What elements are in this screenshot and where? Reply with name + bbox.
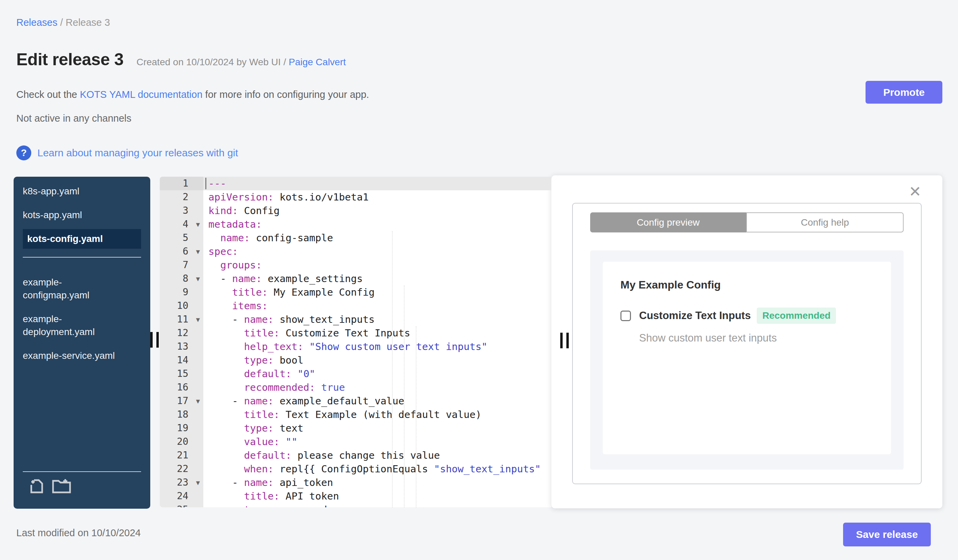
code-line: 15 default: "0" [160,367,551,381]
preview-tabs: Config preview Config help [590,212,904,233]
line-number: 24 [160,489,203,503]
title-row: Edit release 3 Created on 10/10/2024 by … [16,50,346,69]
file-item[interactable]: kots-app.yaml [23,209,122,221]
line-number: 22 [160,462,203,476]
recommended-badge: Recommended [757,307,836,324]
line-number: 11▼ [160,313,203,326]
docs-prefix: Check out the [16,89,80,100]
code-line: 18 title: Text Example (with default val… [160,408,551,421]
close-icon[interactable]: ✕ [909,184,921,199]
line-number: 10 [160,299,203,313]
code-line-text: default: please change this value [203,449,551,462]
panel-resize-handle-right[interactable] [560,333,569,348]
line-number: 5 [160,231,203,245]
config-render-area: My Example Config Customize Text Inputs … [590,250,904,470]
code-line-text: default: "0" [203,367,551,381]
code-line-text: kind: Config [203,204,551,217]
line-number: 17▼ [160,394,203,408]
breadcrumb-releases-link[interactable]: Releases [16,17,57,28]
line-number: 3 [160,204,203,217]
panel-resize-handle-left[interactable] [150,332,159,348]
editor-body: 1---2apiVersion: kots.io/v1beta13kind: C… [160,177,551,507]
code-line-text: - name: example_default_value [203,394,551,408]
code-line-text: type: text [203,421,551,435]
file-item[interactable]: example-service.yaml [23,349,122,362]
fold-arrow-icon[interactable]: ▼ [196,313,200,326]
tab-config-help[interactable]: Config help [746,212,904,233]
indent-guide [392,231,393,507]
fold-arrow-icon[interactable]: ▼ [196,245,200,258]
file-item[interactable]: example-deployment.yaml [23,313,122,339]
last-modified-text: Last modified on 10/10/2024 [16,527,141,539]
config-item-label: Customize Text Inputs [639,310,751,322]
code-line: 24 title: API token [160,489,551,503]
code-line: 6▼spec: [160,245,551,258]
config-group-title: My Example Config [620,278,873,291]
fold-arrow-icon[interactable]: ▼ [196,272,200,285]
code-line: 13 help_text: "Show custom user text inp… [160,340,551,353]
code-line: 8▼ - name: example_settings [160,272,551,285]
code-line-text: - name: show_text_inputs [203,313,551,326]
indent-guide [416,326,416,507]
promote-button[interactable]: Promote [866,81,942,104]
text-cursor [205,178,206,189]
line-number: 9 [160,285,203,299]
code-line: 25 type: password [160,503,551,507]
tab-config-preview[interactable]: Config preview [590,212,746,233]
help-question-icon[interactable]: ? [16,146,31,160]
kots-docs-link[interactable]: KOTS YAML documentation [80,89,203,100]
docs-row: Check out the KOTS YAML documentation fo… [16,89,369,100]
author-link[interactable]: Paige Calvert [289,57,346,67]
code-line-text: help_text: "Show custom user text inputs… [203,340,551,353]
line-number: 23▼ [160,476,203,489]
docs-suffix: for more info on configuring your app. [203,89,369,100]
file-item[interactable]: example-configmap.yaml [23,276,122,302]
fold-arrow-icon[interactable]: ▼ [196,394,200,408]
code-line-text: title: Text Example (with default value) [203,408,551,421]
customize-text-inputs-checkbox[interactable] [620,310,631,321]
code-line-text: - name: api_token [203,476,551,489]
new-folder-icon[interactable] [52,478,71,494]
git-releases-link[interactable]: Learn about managing your releases with … [37,147,238,159]
config-group-card: My Example Config Customize Text Inputs … [603,262,891,454]
config-preview-panel: ✕ Config preview Config help My Example … [551,176,942,508]
file-sidebar: k8s-app.yamlkots-app.yamlkots-config.yam… [14,177,150,509]
code-line-text: name: config-sample [203,231,551,245]
file-list-top: k8s-app.yamlkots-app.yamlkots-config.yam… [14,177,150,249]
line-number: 16 [160,381,203,394]
save-release-button[interactable]: Save release [843,523,931,546]
fold-arrow-icon[interactable]: ▼ [196,217,200,231]
file-item[interactable]: k8s-app.yaml [23,185,122,198]
code-line-text: groups: [203,258,551,272]
code-line-text: apiVersion: kots.io/v1beta1 [203,190,551,204]
file-item[interactable]: kots-config.yaml [23,229,141,249]
code-line-text: type: password [203,503,551,507]
code-line-text: --- [203,177,551,190]
line-number: 4▼ [160,217,203,231]
fold-arrow-icon[interactable]: ▼ [196,476,200,489]
code-line: 23▼ - name: api_token [160,476,551,489]
code-line-text: title: API token [203,489,551,503]
new-file-icon[interactable] [28,478,44,494]
code-line-text: when: repl{{ ConfigOptionEquals "show_te… [203,462,551,476]
yaml-code-editor[interactable]: 1---2apiVersion: kots.io/v1beta13kind: C… [160,177,551,507]
line-number: 2 [160,190,203,204]
code-line: 11▼ - name: show_text_inputs [160,313,551,326]
code-line: 10 items: [160,299,551,313]
code-line: 17▼ - name: example_default_value [160,394,551,408]
sidebar-footer [14,471,150,509]
line-number: 25 [160,503,203,507]
created-info: Created on 10/10/2024 by Web UI / Paige … [136,57,346,68]
code-line: 14 type: bool [160,353,551,367]
code-line: 3kind: Config [160,204,551,217]
code-line-text: type: bool [203,353,551,367]
config-item-row: Customize Text Inputs Recommended [620,307,873,324]
line-number: 18 [160,408,203,421]
code-line-text: title: My Example Config [203,285,551,299]
code-line: 2apiVersion: kots.io/v1beta1 [160,190,551,204]
line-number: 7 [160,258,203,272]
breadcrumb: Releases / Release 3 [16,17,110,28]
config-preview-card: Config preview Config help My Example Co… [572,203,922,484]
code-line: 22 when: repl{{ ConfigOptionEquals "show… [160,462,551,476]
line-number: 15 [160,367,203,381]
